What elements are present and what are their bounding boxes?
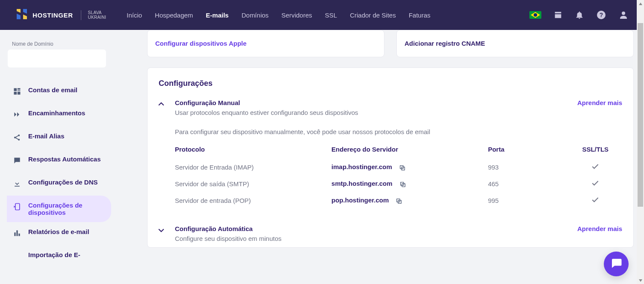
card-apple-config[interactable]: Configurar dispositivos Apple (147, 30, 384, 57)
accordion-manual-header[interactable]: Configuração Manual Usar protocolos enqu… (148, 91, 633, 120)
cell-protocol: Servidor de Entrada (IMAP) (175, 159, 331, 176)
svg-rect-16 (16, 230, 18, 236)
check-icon (591, 182, 600, 189)
message-icon (13, 156, 21, 167)
config-card: Configurações Configuração Manual Usar p… (147, 67, 634, 248)
learn-more-manual[interactable]: Aprender mais (577, 99, 622, 106)
bell-icon[interactable] (575, 10, 584, 20)
nav-emails[interactable]: E-mails (206, 12, 228, 19)
copy-icon[interactable] (399, 164, 406, 171)
chevron-up-icon[interactable] (157, 100, 167, 110)
card-cname[interactable]: Adicionar registro CNAME (396, 30, 634, 57)
cell-port: 995 (488, 192, 568, 209)
scroll-thumb[interactable] (638, 23, 643, 207)
topbar: HOSTINGER SLAVA UKRAINI Início Hospedage… (0, 0, 644, 30)
share-icon (13, 133, 21, 143)
nav-criador[interactable]: Criador de Sites (350, 12, 396, 19)
manual-title: Configuração Manual (175, 99, 577, 106)
cname-link: Adicionar registro CNAME (405, 40, 485, 47)
main-content: Configurar dispositivos Apple Adicionar … (120, 30, 644, 284)
store-icon[interactable] (553, 10, 563, 20)
slava-ukraini: SLAVA UKRAINI (81, 10, 106, 20)
forward-icon (13, 110, 21, 120)
top-cards: Configurar dispositivos Apple Adicionar … (147, 30, 634, 57)
th-ssl: SSL/TLS (568, 146, 622, 159)
svg-rect-10 (18, 92, 21, 95)
sidebar-item-label: Contas de email (28, 86, 77, 94)
accordion-auto-header[interactable]: Configuração Automática Configure seu di… (148, 213, 633, 247)
grid-icon (13, 87, 21, 97)
svg-rect-7 (18, 88, 21, 90)
nav-hospedagem[interactable]: Hospedagem (155, 12, 193, 19)
svg-rect-15 (14, 232, 15, 236)
svg-rect-14 (15, 204, 20, 210)
account-icon[interactable] (618, 10, 629, 20)
nav-dominios[interactable]: Domínios (242, 12, 269, 19)
domain-selector[interactable] (8, 50, 106, 67)
cell-ssl (568, 159, 622, 176)
auto-title: Configuração Automática (175, 225, 577, 232)
cell-ssl (568, 176, 622, 192)
nav-inicio[interactable]: Início (127, 12, 142, 19)
th-port: Porta (488, 146, 568, 159)
chevron-down-icon[interactable] (157, 226, 167, 236)
cell-protocol: Servidor de entrada (POP) (175, 192, 331, 209)
top-nav: Início Hospedagem E-mails Domínios Servi… (127, 12, 430, 19)
check-icon (591, 198, 600, 205)
table-row: Servidor de saída (SMTP) smtp.hostinger.… (175, 176, 622, 192)
sidebar-item-label: Importação de E- (28, 251, 80, 258)
scrollbar[interactable] (637, 0, 644, 284)
sidebar-item-encaminhamentos[interactable]: Encaminhamentos (7, 103, 111, 126)
sidebar-item-contas[interactable]: Contas de email (7, 80, 111, 103)
svg-marker-25 (639, 279, 642, 282)
topbar-right: ? (529, 10, 629, 20)
svg-point-5 (622, 12, 625, 15)
svg-rect-6 (14, 88, 17, 91)
sidebar-item-label: Relatórios de e-mail (28, 228, 89, 235)
copy-icon[interactable] (396, 198, 402, 205)
copy-icon[interactable] (399, 181, 406, 188)
logo[interactable]: HOSTINGER SLAVA UKRAINI (15, 8, 106, 22)
sidebar-item-dns[interactable]: Configurações de DNS (7, 173, 111, 196)
scroll-up-arrow[interactable] (637, 0, 644, 7)
scroll-down-arrow[interactable] (637, 277, 644, 284)
cell-address: pop.hostinger.com (331, 196, 389, 204)
sidebar-item-respostas[interactable]: Respostas Automáticas (7, 149, 111, 173)
cell-port: 993 (488, 159, 568, 176)
cell-ssl (568, 192, 622, 209)
svg-rect-17 (18, 234, 20, 236)
sidebar-item-label: Configurações de DNS (28, 179, 98, 186)
check-icon (591, 165, 600, 172)
th-protocol: Protocolo (175, 146, 331, 159)
nav-servidores[interactable]: Servidores (281, 12, 312, 19)
nav-faturas[interactable]: Faturas (409, 12, 431, 19)
learn-more-auto[interactable]: Aprender mais (577, 225, 622, 232)
slava-line2: UKRAINI (88, 15, 106, 20)
section-title: Configurações (148, 68, 633, 91)
apple-config-link[interactable]: Configurar dispositivos Apple (155, 40, 247, 47)
table-row: Servidor de entrada (POP) pop.hostinger.… (175, 192, 622, 209)
locale-flag-br[interactable] (529, 11, 541, 19)
sidebar: Nome de Domínio Contas de email Encaminh… (0, 30, 120, 284)
chat-icon (610, 257, 623, 271)
slava-line1: SLAVA (88, 10, 106, 15)
sidebar-item-importacao[interactable]: Importação de E- (7, 245, 111, 264)
sidebar-item-label: E-mail Alias (28, 132, 64, 140)
download-icon (13, 179, 21, 190)
auto-subtitle: Configure seu dispositivo em minutos (175, 235, 577, 242)
cell-port: 465 (488, 176, 568, 192)
svg-rect-8 (18, 91, 21, 91)
sidebar-item-alias[interactable]: E-mail Alias (7, 126, 111, 149)
device-config-icon (13, 202, 21, 213)
brand-text: HOSTINGER (32, 12, 73, 19)
help-icon[interactable]: ? (596, 10, 606, 20)
sidebar-item-dispositivos[interactable]: Configurações de dispositivos (7, 196, 111, 222)
cell-address: smtp.hostinger.com (331, 180, 393, 187)
domain-label: Nome de Domínio (12, 41, 120, 47)
nav-ssl[interactable]: SSL (325, 12, 337, 19)
sidebar-item-label: Respostas Automáticas (28, 155, 101, 163)
manual-intro: Para configurar seu dispositivo manualme… (175, 128, 622, 135)
sidebar-item-relatorios[interactable]: Relatórios de e-mail (7, 222, 111, 245)
chat-fab[interactable] (604, 252, 629, 276)
cell-address: imap.hostinger.com (331, 163, 392, 170)
